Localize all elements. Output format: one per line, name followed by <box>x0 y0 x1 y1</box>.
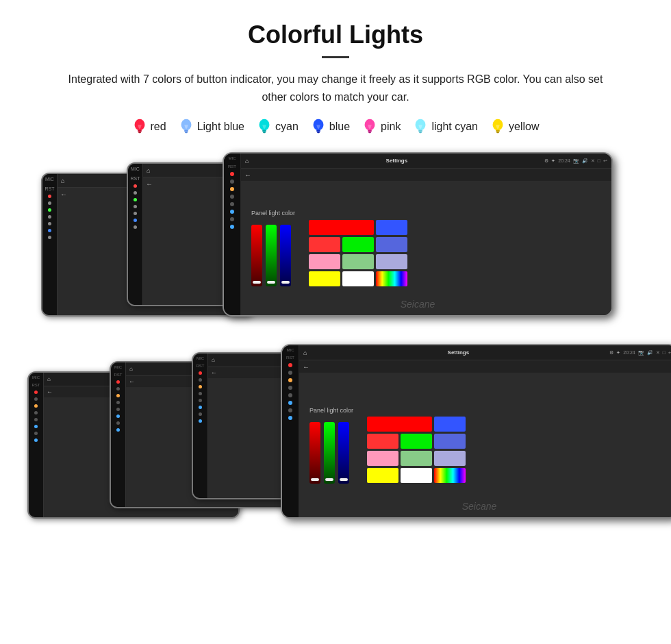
bs3-mic: MIC <box>197 356 204 360</box>
bs4-title: Settings <box>309 349 607 356</box>
yellow-bulb-icon <box>490 118 505 136</box>
bs1-d3 <box>34 404 38 408</box>
s1-dot3 <box>48 208 51 212</box>
swatch-lightgreen[interactable] <box>342 254 374 269</box>
s3-dot4 <box>230 195 234 199</box>
s1-dot5 <box>48 222 51 225</box>
s2-back-arrow: ← <box>146 180 153 188</box>
s3-time: 20:24 <box>558 158 570 163</box>
color-swatch-grid <box>309 220 407 286</box>
s3-wifi-icon: ✦ <box>551 158 555 164</box>
bs4-panel-light-label: Panel light color <box>309 407 353 414</box>
bs4-swatch-green[interactable] <box>401 434 432 449</box>
bs4-swatch-yellow[interactable] <box>367 468 398 483</box>
bs4-swatch-lavender[interactable] <box>434 451 466 466</box>
color-label-yellow: yellow <box>509 121 539 133</box>
swatch-green[interactable] <box>342 237 374 252</box>
color-label-lightcyan: light cyan <box>431 121 478 133</box>
bs3-d3 <box>199 385 202 388</box>
color-item-cyan: cyan <box>257 118 299 136</box>
bs2-d4 <box>116 401 120 404</box>
svg-rect-1 <box>138 130 142 132</box>
color-label-lightblue: Light blue <box>197 121 244 133</box>
bs4-swatch-blue2[interactable] <box>434 434 466 449</box>
title-section: Colorful Lights Integrated with 7 colors… <box>27 21 644 106</box>
color-label-pink: pink <box>381 121 401 133</box>
bs4-swatch-rainbow[interactable] <box>434 468 466 483</box>
s2-dot5 <box>134 212 137 215</box>
green-slider[interactable] <box>266 225 277 286</box>
s3-dot7 <box>230 217 234 221</box>
bs2-mic: MIC <box>114 365 122 369</box>
bs1-d1 <box>34 391 38 394</box>
color-label-cyan: cyan <box>275 121 299 133</box>
blue-slider-thumb <box>281 281 290 284</box>
bs2-d5 <box>116 408 120 411</box>
bs1-sidebar: MIC RST <box>29 373 44 517</box>
bs4-cam: 📷 <box>638 350 644 356</box>
bs4-wifi-icon: ✦ <box>616 350 620 356</box>
bs4-color-sliders <box>309 422 353 484</box>
swatch-rainbow[interactable] <box>376 271 407 286</box>
bs1-d7 <box>34 432 38 435</box>
bs4-home-icon: ⌂ <box>303 349 307 356</box>
bs4-panel-label-area: Panel light color <box>309 407 353 484</box>
bs2-back: ← <box>129 378 135 385</box>
bs2-sidebar: MIC RST <box>111 362 126 507</box>
panel-label-area: Panel light color <box>251 210 295 286</box>
bs2-d7 <box>116 421 120 425</box>
screen2-sidebar: MIC RST <box>128 164 143 305</box>
screen3-arrow-row: ← <box>241 169 611 181</box>
s3-vol-icon: 🔊 <box>582 158 588 164</box>
color-item-blue: blue <box>311 118 350 136</box>
swatch-yellow[interactable] <box>309 271 340 286</box>
bs4-red-slider[interactable] <box>309 422 320 484</box>
blue-bulb-icon <box>311 118 326 136</box>
swatch-white[interactable] <box>342 271 374 286</box>
color-label-red: red <box>151 121 166 133</box>
svg-rect-14 <box>368 132 371 134</box>
s1-dot1 <box>48 195 51 198</box>
bs4-swatch-pink[interactable] <box>367 451 398 466</box>
bs4-topbar: ⌂ Settings ⚙ ✦ 20:24 📷 🔊 ✕ □ ↩ <box>299 345 671 360</box>
bs4-green-thumb <box>325 478 333 481</box>
bs4-back-arrow: ← <box>303 363 309 371</box>
bs4-d5 <box>288 393 292 397</box>
s1-rst: RST <box>45 186 55 191</box>
bs4-blue-slider[interactable] <box>338 422 349 484</box>
color-item-red: red <box>132 118 166 136</box>
blue-slider[interactable] <box>280 225 291 286</box>
bs4-content: Panel light color <box>299 373 671 517</box>
bs4-vol: 🔊 <box>647 350 653 356</box>
swatch-red-wide[interactable] <box>309 220 374 235</box>
s3-x-icon: ✕ <box>591 158 595 164</box>
bs4-green-slider[interactable] <box>324 422 335 484</box>
bs4-swatch-white[interactable] <box>401 468 432 483</box>
bs1-d2 <box>34 397 38 401</box>
red-slider[interactable] <box>251 225 262 286</box>
s2-dot7 <box>134 225 137 229</box>
bs4-rst: RST <box>286 356 294 360</box>
bs3-d4 <box>199 392 202 395</box>
bs4-swatch-red-wide[interactable] <box>367 417 432 432</box>
bs3-d2 <box>199 378 202 382</box>
swatch-lavender[interactable] <box>376 254 407 269</box>
s3-dot1 <box>230 172 234 176</box>
s1-dot2 <box>48 201 51 205</box>
bs4-swatch-red2[interactable] <box>367 434 398 449</box>
bs4-swatch-lightgreen[interactable] <box>401 451 432 466</box>
bs3-sidebar: MIC RST <box>193 354 208 498</box>
color-item-lightcyan: light cyan <box>413 118 478 136</box>
swatch-blue2[interactable] <box>376 237 407 252</box>
swatch-blue-top[interactable] <box>376 220 407 235</box>
bottom-screens-group: MIC RST ⌂ Setti... <box>27 344 644 543</box>
swatch-pink[interactable] <box>309 254 340 269</box>
bs3-d6 <box>199 406 202 409</box>
bs4-d8 <box>288 416 292 420</box>
red-bulb-icon <box>132 118 147 136</box>
s1-back-arrow: ← <box>60 190 67 198</box>
bs4-d4 <box>288 386 292 390</box>
bs4-swatch-blue-top[interactable] <box>434 417 466 432</box>
swatch-red2[interactable] <box>309 237 340 252</box>
s3-dot8 <box>230 225 234 229</box>
